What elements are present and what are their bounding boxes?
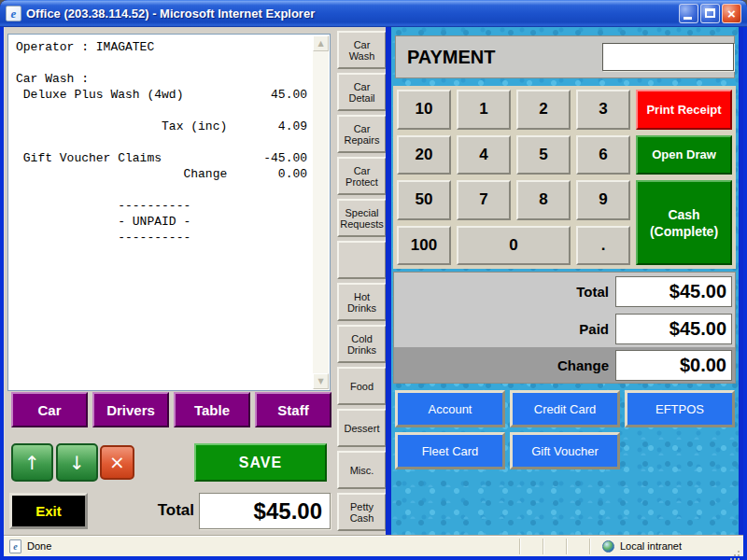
delete-x-icon: × bbox=[109, 451, 125, 473]
scroll-up-icon[interactable]: ▲ bbox=[313, 35, 329, 51]
tab-food[interactable]: Food bbox=[337, 367, 387, 405]
car-button[interactable]: Car bbox=[11, 392, 88, 427]
exit-button[interactable]: Exit bbox=[9, 493, 88, 529]
maximize-icon bbox=[705, 8, 715, 18]
open-draw-button[interactable]: Open Draw bbox=[636, 135, 732, 175]
up-arrow-button[interactable]: ↑ bbox=[11, 443, 53, 482]
totals-panel: Total $45.00 Paid $45.00 Change $0.00 bbox=[393, 272, 736, 384]
tab-car-detail[interactable]: Car Detail bbox=[337, 73, 387, 111]
footer-total-field: $45.00 bbox=[199, 493, 331, 529]
tab-hot-drinks[interactable]: Hot Drinks bbox=[337, 283, 387, 321]
key-7[interactable]: 7 bbox=[457, 180, 511, 220]
receipt-display[interactable]: Operator : IMAGATEC Car Wash : Deluxe Pl… bbox=[7, 34, 331, 391]
tab-car-wash[interactable]: Car Wash bbox=[337, 31, 387, 69]
local-intranet-icon bbox=[602, 540, 614, 553]
keypad: 10 1 2 3 Print Receipt 20 4 5 6 Open Dra… bbox=[393, 86, 736, 269]
maximize-button[interactable] bbox=[700, 4, 720, 23]
statusbar-divider bbox=[566, 539, 568, 554]
staff-button[interactable]: Staff bbox=[255, 392, 331, 427]
key-0[interactable]: 0 bbox=[457, 226, 571, 266]
close-icon: × bbox=[723, 5, 740, 22]
payment-panel: PAYMENT 10 1 2 3 Print Receipt 20 4 5 6 … bbox=[386, 27, 743, 535]
minimize-icon bbox=[684, 17, 692, 20]
receipt-scrollbar[interactable]: ▲ ▼ bbox=[313, 35, 329, 389]
payment-entry-input[interactable] bbox=[602, 43, 734, 71]
eftpos-button[interactable]: EFTPOS bbox=[625, 390, 735, 427]
paid-label: Paid bbox=[579, 321, 609, 337]
security-zone-text: Local intranet bbox=[620, 540, 682, 552]
gift-voucher-button[interactable]: Gift Voucher bbox=[510, 432, 620, 469]
minimize-button[interactable] bbox=[679, 4, 698, 23]
page-content: Operator : IMAGATEC Car Wash : Deluxe Pl… bbox=[4, 27, 743, 535]
payment-header: PAYMENT bbox=[395, 35, 735, 78]
ie-icon: e bbox=[6, 6, 21, 21]
resize-grip[interactable] bbox=[738, 551, 740, 553]
tab-blank[interactable] bbox=[337, 241, 387, 279]
page-icon: e bbox=[9, 539, 21, 553]
category-row: Car Drivers Table Staff bbox=[11, 392, 331, 427]
drivers-button[interactable]: Drivers bbox=[92, 392, 169, 427]
down-arrow-icon: ↓ bbox=[69, 452, 85, 474]
titlebar: e Office (203.38.114.52) - Microsoft Int… bbox=[0, 0, 747, 27]
fleet-card-button[interactable]: Fleet Card bbox=[395, 432, 505, 469]
statusbar-divider bbox=[543, 539, 544, 554]
account-button[interactable]: Account bbox=[395, 390, 505, 427]
key-3[interactable]: 3 bbox=[576, 90, 630, 130]
table-button[interactable]: Table bbox=[174, 392, 250, 427]
change-field: $0.00 bbox=[615, 350, 732, 381]
tab-cold-drinks[interactable]: Cold Drinks bbox=[337, 325, 387, 363]
browser-window: e Office (203.38.114.52) - Microsoft Int… bbox=[0, 0, 747, 560]
tab-special-requests[interactable]: Special Requests bbox=[337, 199, 387, 237]
key-50[interactable]: 50 bbox=[397, 180, 451, 220]
window-title: Office (203.38.114.52) - Microsoft Inter… bbox=[26, 7, 679, 21]
print-receipt-button[interactable]: Print Receipt bbox=[636, 90, 732, 130]
scroll-down-icon[interactable]: ▼ bbox=[313, 373, 329, 389]
tab-dessert[interactable]: Dessert bbox=[337, 409, 387, 447]
total-row: Total $45.00 bbox=[394, 273, 735, 310]
statusbar-divider bbox=[519, 539, 521, 554]
key-9[interactable]: 9 bbox=[576, 180, 630, 220]
key-20[interactable]: 20 bbox=[397, 135, 451, 175]
key-6[interactable]: 6 bbox=[576, 135, 630, 175]
change-row: Change $0.00 bbox=[394, 347, 735, 383]
close-button[interactable]: × bbox=[722, 4, 741, 23]
tab-car-protect[interactable]: Car Protect bbox=[337, 157, 387, 195]
down-arrow-button[interactable]: ↓ bbox=[56, 443, 98, 482]
total-field: $45.00 bbox=[615, 276, 732, 307]
key-10[interactable]: 10 bbox=[397, 90, 451, 130]
delete-button[interactable]: × bbox=[100, 445, 134, 480]
credit-card-button[interactable]: Credit Card bbox=[510, 390, 620, 427]
total-label: Total bbox=[576, 284, 609, 300]
key-decimal[interactable]: . bbox=[576, 226, 630, 266]
key-2[interactable]: 2 bbox=[516, 90, 571, 130]
tab-car-repairs[interactable]: Car Repairs bbox=[337, 115, 387, 153]
save-button[interactable]: SAVE bbox=[194, 443, 327, 482]
tab-petty-cash[interactable]: Petty Cash bbox=[337, 493, 387, 531]
status-text: Done bbox=[27, 540, 51, 552]
payment-methods-row-2: Fleet Card Gift Voucher bbox=[395, 432, 620, 469]
key-8[interactable]: 8 bbox=[516, 180, 571, 220]
change-label: Change bbox=[557, 357, 609, 373]
up-arrow-icon: ↑ bbox=[24, 452, 40, 474]
receipt-text: Operator : IMAGATEC Car Wash : Deluxe Pl… bbox=[8, 35, 330, 245]
tab-misc[interactable]: Misc. bbox=[337, 451, 387, 489]
cash-complete-button[interactable]: Cash (Complete) bbox=[636, 180, 732, 265]
paid-field: $45.00 bbox=[615, 314, 732, 344]
paid-row: Paid $45.00 bbox=[394, 310, 735, 347]
key-100[interactable]: 100 bbox=[397, 226, 451, 266]
key-1[interactable]: 1 bbox=[457, 90, 511, 130]
statusbar-divider bbox=[589, 539, 591, 554]
key-5[interactable]: 5 bbox=[516, 135, 571, 175]
payment-methods-row-1: Account Credit Card EFTPOS bbox=[395, 390, 735, 427]
payment-title: PAYMENT bbox=[407, 47, 495, 68]
footer-total-label: Total bbox=[93, 501, 194, 520]
key-4[interactable]: 4 bbox=[457, 135, 511, 175]
status-bar: e Done Local intranet bbox=[4, 535, 743, 556]
tab-strip: Car Wash Car Detail Car Repairs Car Prot… bbox=[337, 31, 387, 531]
